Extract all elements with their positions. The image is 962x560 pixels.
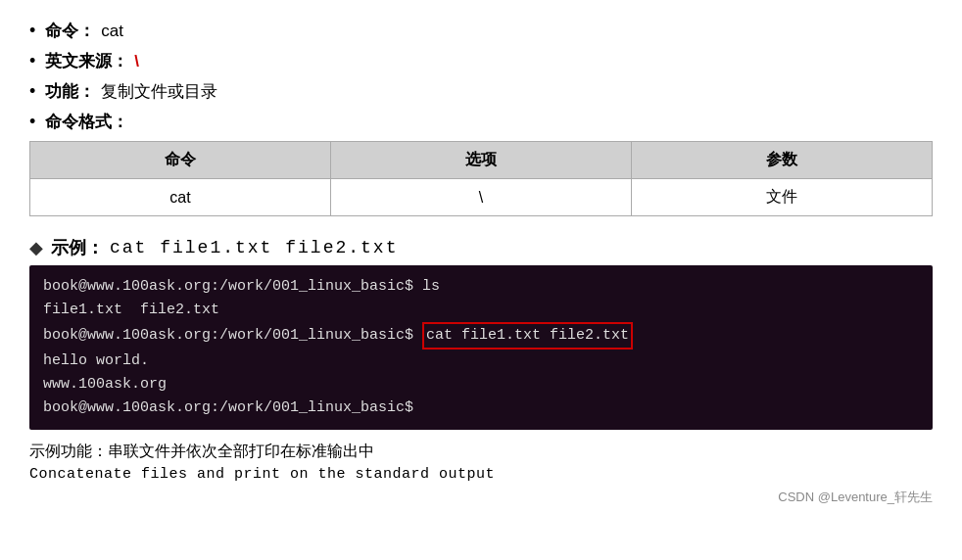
function-value: 复制文件或目录 bbox=[101, 80, 217, 103]
terminal-prompt-2: book@www.100ask.org:/work/001_linux_basi… bbox=[43, 324, 422, 348]
example-header: ◆ 示例： cat file1.txt file2.txt bbox=[29, 236, 933, 259]
bullet-origin: • 英文来源： \ bbox=[29, 50, 933, 72]
table-header-command: 命令 bbox=[30, 142, 331, 179]
origin-label: 英文来源： bbox=[45, 50, 128, 72]
terminal-cmd-highlighted: cat file1.txt file2.txt bbox=[422, 322, 633, 350]
format-label: 命令格式： bbox=[45, 111, 128, 133]
terminal-text-4: www.100ask.org bbox=[43, 373, 167, 397]
terminal-text-3: hello world. bbox=[43, 350, 149, 373]
description-en: Concatenate files and print on the stand… bbox=[29, 466, 933, 483]
terminal-prompt-5: book@www.100ask.org:/work/001_linux_basi… bbox=[43, 397, 422, 420]
table-header-params: 参数 bbox=[632, 142, 933, 179]
description-cn: 示例功能：串联文件并依次全部打印在标准输出中 bbox=[29, 442, 933, 462]
terminal-line-0: book@www.100ask.org:/work/001_linux_basi… bbox=[43, 275, 919, 299]
command-table: 命令 选项 参数 cat \ 文件 bbox=[29, 141, 933, 216]
terminal-line-5: book@www.100ask.org:/work/001_linux_basi… bbox=[43, 397, 919, 420]
terminal-line-2: book@www.100ask.org:/work/001_linux_basi… bbox=[43, 322, 919, 350]
function-label: 功能： bbox=[45, 80, 95, 103]
origin-value: \ bbox=[134, 52, 139, 71]
terminal-line-3: hello world. bbox=[43, 350, 919, 373]
terminal-cmd-0: ls bbox=[422, 275, 440, 299]
command-label: 命令： bbox=[45, 20, 95, 42]
bullet-function: • 功能： 复制文件或目录 bbox=[29, 80, 933, 103]
table-cell-cmd: cat bbox=[30, 179, 331, 216]
terminal-text-1: file1.txt file2.txt bbox=[43, 299, 219, 322]
command-value: cat bbox=[101, 22, 123, 41]
table-cell-param: 文件 bbox=[632, 179, 933, 216]
bullet-format: • 命令格式： bbox=[29, 111, 933, 133]
diamond-icon: ◆ bbox=[29, 237, 43, 258]
example-command: cat file1.txt file2.txt bbox=[110, 238, 398, 257]
terminal-block: book@www.100ask.org:/work/001_linux_basi… bbox=[29, 265, 933, 430]
terminal-line-4: www.100ask.org bbox=[43, 373, 919, 397]
bullet-dot-1: • bbox=[29, 21, 35, 41]
bullet-dot-2: • bbox=[29, 51, 35, 71]
terminal-line-1: file1.txt file2.txt bbox=[43, 299, 919, 322]
bullet-command: • 命令： cat bbox=[29, 20, 933, 42]
table-header-options: 选项 bbox=[331, 142, 632, 179]
bullet-dot-3: • bbox=[29, 81, 35, 102]
example-label: 示例： bbox=[51, 236, 104, 259]
terminal-prompt-0: book@www.100ask.org:/work/001_linux_basi… bbox=[43, 275, 422, 299]
table-cell-opt: \ bbox=[331, 179, 632, 216]
bullet-dot-4: • bbox=[29, 112, 35, 132]
watermark: CSDN @Leventure_轩先生 bbox=[29, 489, 933, 506]
table-row: cat \ 文件 bbox=[30, 179, 933, 216]
